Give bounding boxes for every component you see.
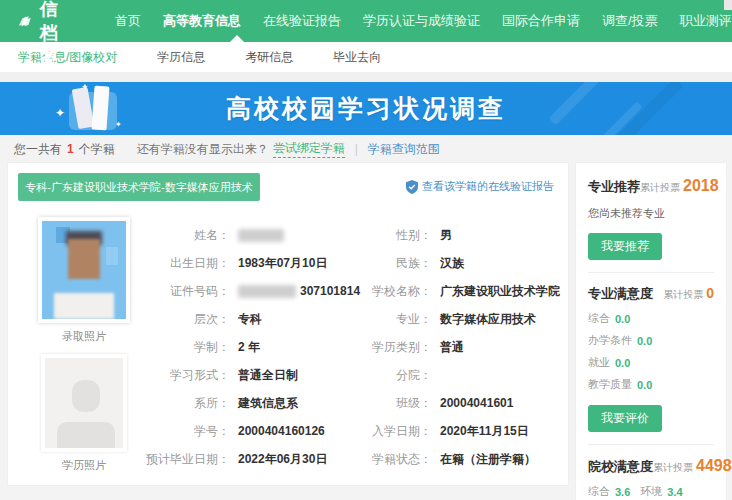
fields-left-column: 姓名： 出生日期： 1983年07月10日 证件号码： 307101814 层次… <box>146 225 366 477</box>
rating-teaching-quality: 教学质量 0.0 <box>588 377 652 392</box>
field-enrollment-status: 学籍状态： 在籍（注册学籍） <box>366 449 560 469</box>
chsi-logo-icon <box>18 9 32 33</box>
field-name: 姓名： <box>146 225 366 245</box>
field-birthdate: 出生日期： 1983年07月10日 <box>146 253 366 273</box>
online-verification-link[interactable]: 查看该学籍的在线验证报告 <box>406 179 554 194</box>
student-record-card: 专科-广东建设职业技术学院-数字媒体应用技术 查看该学籍的在线验证报告 录取照片 <box>8 163 568 485</box>
rating-employment: 就业 0.0 <box>588 355 630 370</box>
masked-id-prefix <box>238 285 296 298</box>
summary-suffix: 个学籍 <box>79 141 115 158</box>
student-fields: 姓名： 出生日期： 1983年07月10日 证件号码： 307101814 层次… <box>146 225 560 477</box>
bind-enrollment-link[interactable]: 尝试绑定学籍 <box>273 140 345 158</box>
sidebar: 专业推荐 累计投票 2018 您尚未推荐专业 我要推荐 专业满意度 累计投票 0… <box>576 163 726 500</box>
topnav-item-home[interactable]: 首页 <box>115 12 141 30</box>
brand-logo[interactable]: 学信档案 <box>18 0 76 69</box>
subnav-item-degree-info[interactable]: 学历信息 <box>157 49 205 66</box>
major-satisfaction-section: 专业满意度 累计投票 0 综合 0.0 办学条件 0.0 就业 0.0 <box>588 272 714 444</box>
sparkle-icon: ✦ <box>115 120 122 129</box>
enrollment-summary: 您一共有 1 个学籍 还有学籍没有显示出来？ 尝试绑定学籍 | 学籍查询范围 <box>0 135 732 163</box>
subnav-item-postgrad-info[interactable]: 考研信息 <box>245 49 293 66</box>
field-school-name: 学校名称： 广东建设职业技术学院 <box>366 281 560 301</box>
field-degree-category: 学历类别： 普通 <box>366 337 560 357</box>
sparkle-icon: ✦ <box>55 106 65 120</box>
topnav-item-survey-vote[interactable]: 调查/投票 <box>602 12 658 30</box>
books-illustration: ✦ ✦ ✦ <box>55 88 127 132</box>
query-scope-link[interactable]: 学籍查询范围 <box>368 141 440 158</box>
school-satisfaction-ratings: 综合 3.6 环境 3.4 生活 3.3 <box>588 484 714 500</box>
rating-conditions: 办学条件 0.0 <box>588 333 652 348</box>
topnav-item-intl-coop[interactable]: 国际合作申请 <box>502 12 580 30</box>
votes-label: 累计投票 <box>640 181 680 195</box>
votes-label: 累计投票 <box>663 288 703 302</box>
recommend-empty-text: 您尚未推荐专业 <box>588 206 714 221</box>
summary-hint: 还有学籍没有显示出来？ <box>137 141 269 158</box>
enrollment-tab[interactable]: 专科-广东建设职业技术学院-数字媒体应用技术 <box>18 173 260 201</box>
field-major: 专业： 数字媒体应用技术 <box>366 309 560 329</box>
topnav-item-career-test[interactable]: 职业测评 <box>680 12 732 30</box>
active-nav-notch <box>230 35 244 42</box>
degree-photo-placeholder <box>41 354 127 452</box>
field-study-form: 学习形式： 普通全日制 <box>146 365 366 385</box>
banner-title: 高校校园学习状况调查 <box>226 92 506 125</box>
field-expected-graduation: 预计毕业日期： 2022年06月30日 <box>146 449 366 469</box>
divider-gap <box>0 72 732 82</box>
field-department: 系所： 建筑信息系 <box>146 393 366 413</box>
field-student-number: 学号： 2000404160126 <box>146 421 366 441</box>
sparkle-icon: ✦ <box>81 82 89 92</box>
major-recommend-section: 专业推荐 累计投票 2018 您尚未推荐专业 我要推荐 <box>588 177 714 272</box>
sub-navbar: 学籍信息/图像校对 学历信息 考研信息 毕业去向 <box>0 42 732 72</box>
admission-photo <box>38 217 130 323</box>
topnav-item-credential-verify[interactable]: 学历认证与成绩验证 <box>363 12 480 30</box>
subnav-item-graduation-destination[interactable]: 毕业去向 <box>333 49 381 66</box>
rating-overall: 综合 3.6 <box>588 484 630 499</box>
recommend-votes-count: 2018 <box>683 177 719 195</box>
topnav-item-online-verify[interactable]: 在线验证报告 <box>263 12 341 30</box>
rating-overall: 综合 0.0 <box>588 311 630 326</box>
brand-name: 学信档案 <box>40 0 76 69</box>
fields-right-column: 性别： 男 民族： 汉族 学校名称： 广东建设职业技术学院 专业： 数字媒体应用… <box>366 225 560 477</box>
school-satisfaction-votes-count: 4498 <box>696 457 732 475</box>
field-branch: 分院： <box>366 365 560 385</box>
admission-photo-label: 录取照片 <box>30 329 138 344</box>
major-satisfaction-ratings: 综合 0.0 办学条件 0.0 就业 0.0 教学质量 0.0 <box>588 311 714 399</box>
field-class: 班级： 20004041601 <box>366 393 560 413</box>
rating-environment: 环境 3.4 <box>640 484 682 499</box>
online-verification-link-label: 查看该学籍的在线验证报告 <box>422 179 554 194</box>
top-navbar: 学信档案 首页 高等教育信息 在线验证报告 学历认证与成绩验证 国际合作申请 调… <box>0 0 732 42</box>
summary-prefix: 您一共有 <box>14 141 62 158</box>
field-admission-date: 入学日期： 2020年11月15日 <box>366 421 560 441</box>
shield-check-icon <box>406 180 418 194</box>
major-satisfaction-votes-count: 0 <box>706 285 714 301</box>
field-id-number: 证件号码： 307101814 <box>146 281 366 301</box>
votes-label: 累计投票 <box>653 461 693 475</box>
major-satisfaction-title: 专业满意度 <box>588 285 653 303</box>
degree-photo-label: 学历照片 <box>30 458 138 473</box>
banner-decoration <box>502 82 702 135</box>
pipe-separator: | <box>355 142 358 156</box>
survey-banner[interactable]: ✦ ✦ ✦ 高校校园学习状况调查 <box>0 82 732 135</box>
school-satisfaction-section: 院校满意度 累计投票 4498 综合 3.6 环境 3.4 生活 3.3 <box>588 444 714 500</box>
photos-column: 录取照片 学历照片 <box>30 217 138 483</box>
scrollbar-corner <box>724 0 732 10</box>
masked-name-value <box>238 229 284 242</box>
recommend-button[interactable]: 我要推荐 <box>588 233 662 260</box>
field-duration: 学制： 2 年 <box>146 337 366 357</box>
field-ethnicity: 民族： 汉族 <box>366 253 560 273</box>
major-recommend-title: 专业推荐 <box>588 178 640 196</box>
topnav-items: 首页 高等教育信息 在线验证报告 学历认证与成绩验证 国际合作申请 调查/投票 … <box>104 12 732 30</box>
field-level: 层次： 专科 <box>146 309 366 329</box>
enrollment-count: 1 <box>67 142 74 156</box>
topnav-item-higher-edu[interactable]: 高等教育信息 <box>163 12 241 30</box>
content-area: 专科-广东建设职业技术学院-数字媒体应用技术 查看该学籍的在线验证报告 录取照片 <box>0 163 732 500</box>
school-satisfaction-title: 院校满意度 <box>588 458 653 476</box>
major-rate-button[interactable]: 我要评价 <box>588 405 662 432</box>
field-gender: 性别： 男 <box>366 225 560 245</box>
